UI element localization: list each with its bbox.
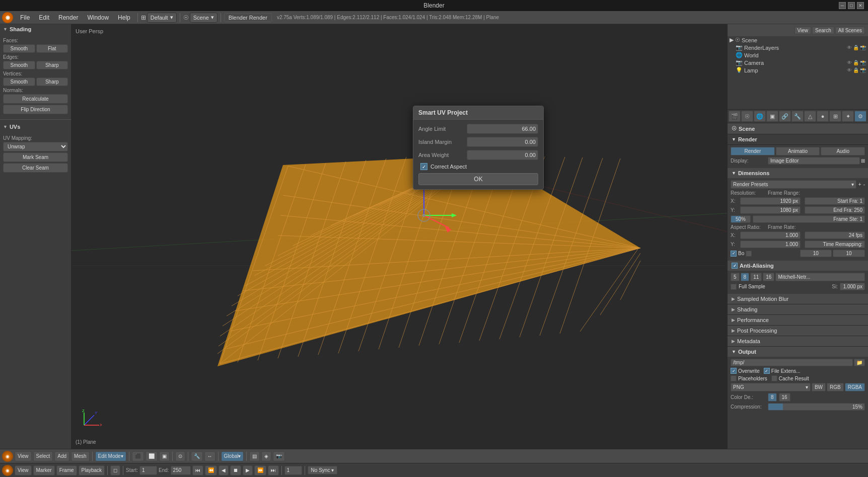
play-btn[interactable]: ▶: [243, 465, 253, 475]
smart-uv-dialog[interactable]: Smart UV Project Angle Limit Island Marg…: [413, 106, 544, 190]
viewport[interactable]: User Persp: [71, 24, 727, 449]
aa-header[interactable]: ✓ Anti-Aliasing: [728, 261, 868, 271]
area-weight-field[interactable]: [467, 150, 538, 160]
start-frame-input[interactable]: Start Fra: 1: [805, 197, 865, 205]
metadata-section[interactable]: ▶ Metadata: [728, 336, 868, 347]
camera2-btn[interactable]: 📷: [273, 451, 285, 461]
resolution-y-input[interactable]: 1080 px: [740, 206, 801, 214]
prop-tab-texture[interactable]: ⊞: [829, 111, 841, 122]
bw-btn[interactable]: BW: [812, 383, 826, 391]
render-section-header[interactable]: ▼ Render: [728, 134, 868, 145]
close-button[interactable]: ✕: [857, 2, 864, 9]
outliner-render-layers[interactable]: 📷 RenderLayers 👁 🔒 📸: [734, 44, 868, 51]
color-depth-16-btn[interactable]: 16: [779, 393, 790, 402]
aa-8-btn[interactable]: 8: [741, 273, 750, 281]
end-frame-input[interactable]: End Fra: 250: [805, 206, 865, 214]
select-menu-btn[interactable]: Select: [33, 451, 53, 461]
prop-tab-object[interactable]: ▣: [766, 111, 778, 122]
shading-section-header[interactable]: ▼ Shading: [0, 24, 71, 34]
current-frame-field[interactable]: [284, 466, 302, 475]
menu-edit[interactable]: Edit: [35, 13, 53, 22]
display-select[interactable]: Image Editor: [768, 157, 860, 165]
render-button[interactable]: Render: [731, 147, 775, 155]
outliner-view-btn[interactable]: View: [794, 27, 812, 34]
output-header[interactable]: ▼ Output: [728, 347, 868, 357]
motion-blur-section[interactable]: ▶ Sampled Motion Blur: [728, 294, 868, 304]
frame-step-input[interactable]: Frame Ste: 1: [753, 215, 865, 223]
animation-button[interactable]: Animatio: [776, 147, 820, 155]
prop-tab-physics[interactable]: ⚙: [854, 111, 866, 122]
aa-checkbox[interactable]: ✓: [732, 263, 738, 269]
remap-checkbox2[interactable]: ✓: [746, 251, 752, 257]
grab-btn[interactable]: ↔: [204, 451, 215, 461]
outliner-lamp[interactable]: 💡 Lamp 👁 🔒 📸: [734, 66, 868, 74]
verts-sharp-button[interactable]: Sharp: [36, 77, 68, 86]
prev-frame-btn[interactable]: ⏪: [205, 465, 217, 475]
bo-checkbox[interactable]: ✓: [731, 251, 737, 257]
face-select-btn[interactable]: ▣: [159, 451, 170, 461]
sync-select[interactable]: No Sync▾: [308, 466, 338, 474]
dimensions-header[interactable]: ▼ Dimensions: [728, 168, 868, 178]
scene-selector[interactable]: Scene▾: [190, 13, 218, 23]
vertex-select-btn[interactable]: ⬛: [132, 451, 144, 461]
edges-smooth-button[interactable]: Smooth: [3, 61, 35, 69]
prop-tab-particles[interactable]: ✦: [842, 111, 854, 122]
loop-checkbox[interactable]: ◻: [110, 465, 120, 475]
prop-tab-render[interactable]: 🎬: [729, 111, 741, 122]
timeline-frame-btn[interactable]: Frame: [56, 465, 77, 475]
uvs-section-header[interactable]: ▼ UVs: [0, 122, 71, 132]
island-margin-field[interactable]: [467, 137, 538, 147]
timeline-playback-btn[interactable]: Playback: [79, 465, 105, 475]
cache-checkbox[interactable]: ✓: [771, 375, 777, 381]
uv-mapping-select[interactable]: Unwrap: [3, 142, 68, 151]
add-menu-btn[interactable]: Add: [54, 451, 69, 461]
prop-tab-modifiers[interactable]: 🔧: [791, 111, 804, 122]
global-btn[interactable]: Global▾: [221, 451, 244, 461]
mesh-menu-btn[interactable]: Mesh: [71, 451, 89, 461]
timeline-marker-btn[interactable]: Marker: [33, 465, 55, 475]
outliner-camera[interactable]: 📷 Camera 👁 🔒 📸: [734, 59, 868, 66]
flat-button[interactable]: Flat: [36, 44, 68, 53]
xray-btn[interactable]: ◈: [261, 451, 271, 461]
remap-end-input[interactable]: 10: [833, 250, 865, 257]
angle-limit-field[interactable]: [467, 124, 538, 134]
menu-help[interactable]: Help: [114, 13, 134, 22]
start-frame-field[interactable]: [139, 466, 157, 475]
correct-aspect-checkbox[interactable]: ✓: [420, 163, 427, 170]
clear-seam-button[interactable]: Clear Seam: [3, 163, 68, 173]
outliner-scene[interactable]: ▶ ☉ Scene: [728, 36, 868, 44]
area-weight-input[interactable]: [469, 152, 536, 158]
outliner-world[interactable]: 🌐 World: [734, 51, 868, 59]
aa-16-btn[interactable]: 16: [763, 273, 774, 281]
menu-render[interactable]: Render: [54, 13, 82, 22]
mark-seam-button[interactable]: Mark Seam: [3, 152, 68, 162]
remap-start-input[interactable]: 10: [800, 250, 832, 257]
jump-end-btn[interactable]: ⏭: [268, 465, 279, 475]
layout-selector[interactable]: Default▾: [147, 13, 177, 23]
view-menu-btn[interactable]: View: [15, 451, 32, 461]
resolution-x-input[interactable]: 1920 px: [740, 197, 801, 205]
prop-tab-material[interactable]: ●: [817, 111, 829, 122]
output-path-input[interactable]: [731, 359, 853, 366]
file-extens-checkbox[interactable]: ✓: [764, 368, 770, 374]
si-input[interactable]: 1.000 px: [840, 283, 865, 290]
snap-btn[interactable]: 🔧: [191, 451, 203, 461]
aspect-y-input[interactable]: 1.000: [740, 241, 801, 248]
compression-slider[interactable]: 15%: [768, 403, 865, 411]
minimize-button[interactable]: ─: [839, 2, 846, 9]
next-frame-btn[interactable]: ⏩: [254, 465, 266, 475]
rgba-btn[interactable]: RGBA: [845, 383, 865, 391]
maximize-button[interactable]: □: [848, 2, 855, 9]
island-margin-input[interactable]: [469, 139, 536, 145]
aa-filter-select[interactable]: Mitchell-Netr...: [775, 273, 865, 281]
placeholders-checkbox[interactable]: ✓: [731, 375, 737, 381]
edge-select-btn[interactable]: ⬜: [146, 451, 158, 461]
overwrite-checkbox[interactable]: ✓: [731, 368, 737, 374]
edit-mode-btn[interactable]: Edit Mode▾: [95, 451, 126, 461]
end-frame-field[interactable]: [171, 466, 191, 475]
menu-file[interactable]: File: [16, 13, 34, 22]
aspect-x-input[interactable]: 1.000: [740, 231, 801, 239]
aa-11-btn[interactable]: 11: [750, 273, 762, 281]
resolution-pct[interactable]: 50%: [731, 215, 751, 223]
menu-window[interactable]: Window: [83, 13, 113, 22]
